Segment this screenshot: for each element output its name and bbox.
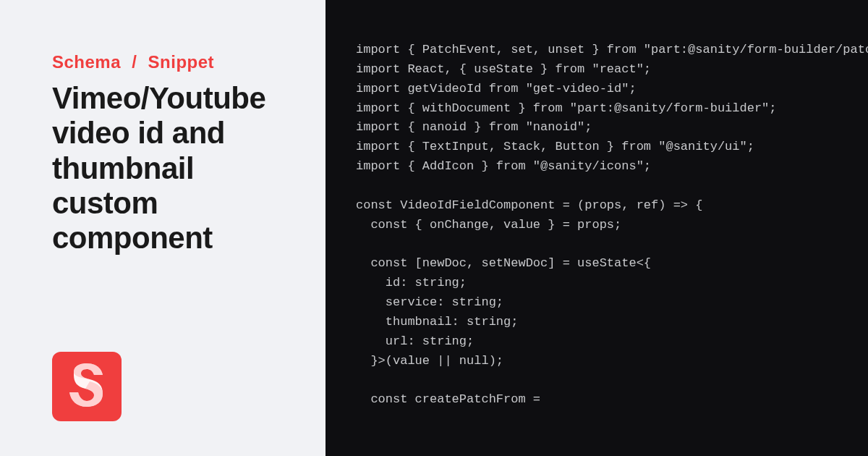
breadcrumb-category: Schema: [52, 52, 121, 72]
sanity-logo: [52, 352, 122, 421]
page-title: Vimeo/Youtube video id and thumbnail cus…: [52, 81, 291, 256]
left-panel: Schema / Snippet Vimeo/Youtube video id …: [0, 0, 326, 456]
breadcrumb: Schema / Snippet: [52, 52, 291, 72]
code-snippet: import { PatchEvent, set, unset } from "…: [356, 41, 868, 410]
breadcrumb-type: Snippet: [148, 52, 215, 72]
code-panel: import { PatchEvent, set, unset } from "…: [326, 0, 868, 456]
sanity-logo-icon: [65, 362, 109, 411]
breadcrumb-separator: /: [132, 52, 137, 72]
